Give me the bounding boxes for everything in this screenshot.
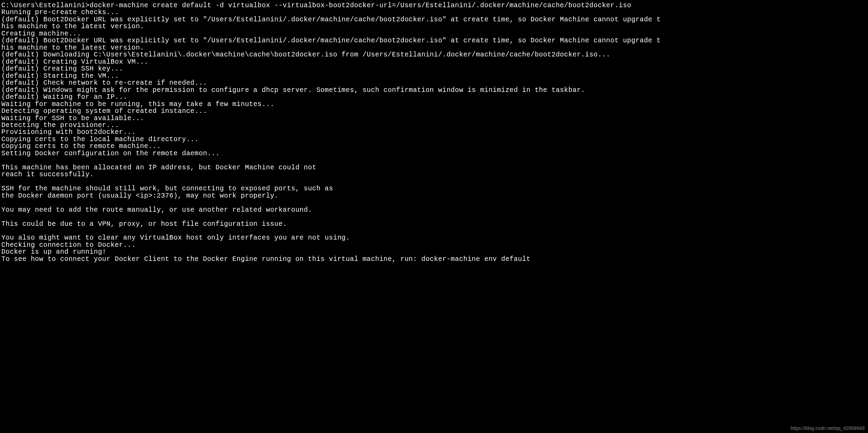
output-line: Checking connection to Docker... <box>1 242 867 249</box>
output-line: the Docker daemon port (usually <ip>:237… <box>1 192 867 199</box>
output-line: (default) Creating SSH key... <box>1 65 867 72</box>
output-line: Setting Docker configuration on the remo… <box>1 150 867 157</box>
output-line: (default) Windows might ask for the perm… <box>1 87 867 94</box>
output-line: Running pre-create checks... <box>1 9 867 16</box>
output-line: his machine to the latest version. <box>1 23 867 30</box>
output-line: reach it successfully. <box>1 171 867 178</box>
output-line: You may need to add the route manually, … <box>1 207 867 213</box>
output-line: Copying certs to the remote machine... <box>1 143 867 150</box>
terminal-output[interactable]: C:\Users\Estellanini>docker-machine crea… <box>1 2 867 263</box>
output-line: (default) Boot2Docker URL was explicitly… <box>1 37 867 44</box>
output-line <box>1 157 867 164</box>
output-line: Docker is up and running! <box>1 249 867 255</box>
command-text: docker-machine create default -d virtual… <box>89 2 631 9</box>
watermark-text: https://blog.csdn.net/qq_42999949 <box>791 426 865 431</box>
command-line: C:\Users\Estellanini>docker-machine crea… <box>1 2 867 9</box>
output-line: Copying certs to the local machine direc… <box>1 136 867 143</box>
output-line: This machine has been allocated an IP ad… <box>1 164 867 171</box>
output-line: To see how to connect your Docker Client… <box>1 256 867 263</box>
output-line: (default) Check network to re-create if … <box>1 80 867 86</box>
output-line: Provisioning with boot2docker... <box>1 129 867 136</box>
output-line: Waiting for SSH to be available... <box>1 115 867 122</box>
output-line: Detecting the provisioner... <box>1 122 867 129</box>
output-line <box>1 213 867 220</box>
output-line: (default) Boot2Docker URL was explicitly… <box>1 16 867 23</box>
output-line: SSH for the machine should still work, b… <box>1 185 867 192</box>
output-line: Creating machine... <box>1 30 867 37</box>
output-line: (default) Creating VirtualBox VM... <box>1 59 867 65</box>
output-line: his machine to the latest version. <box>1 44 867 51</box>
output-line: Waiting for machine to be running, this … <box>1 101 867 108</box>
output-line: You also might want to clear any Virtual… <box>1 234 867 241</box>
output-line: (default) Waiting for an IP... <box>1 94 867 101</box>
output-line <box>1 228 867 234</box>
output-line: Detecting operating system of created in… <box>1 108 867 115</box>
output-line: (default) Downloading C:\Users\Estellani… <box>1 51 867 58</box>
output-line: (default) Starting the VM... <box>1 73 867 80</box>
output-line: This could be due to a VPN, proxy, or ho… <box>1 221 867 228</box>
prompt: C:\Users\Estellanini> <box>1 2 89 9</box>
output-line <box>1 178 867 185</box>
output-line <box>1 199 867 206</box>
